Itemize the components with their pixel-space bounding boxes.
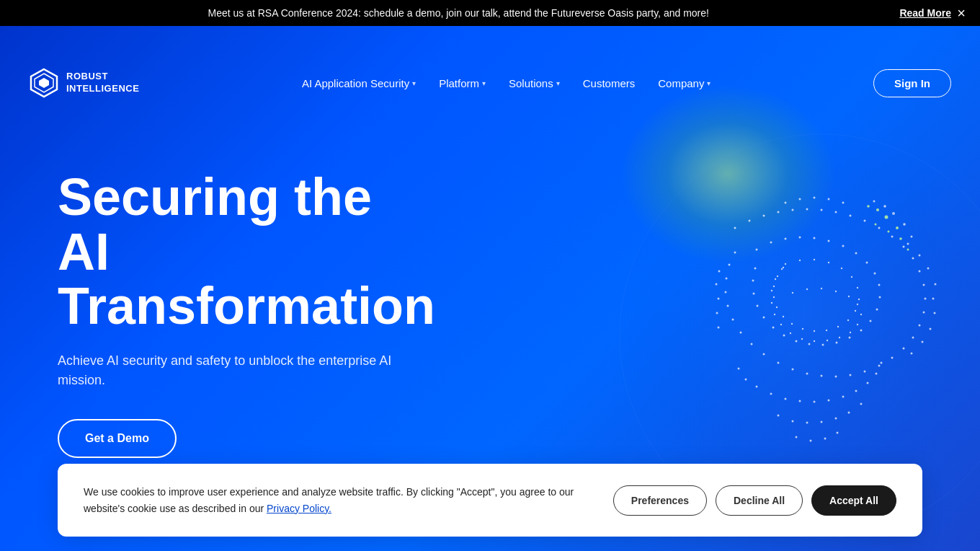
svg-point-94	[799, 400, 801, 402]
svg-point-40	[726, 278, 728, 280]
svg-point-34	[763, 353, 765, 356]
chevron-down-icon: ▾	[556, 79, 560, 87]
svg-point-149	[827, 340, 828, 341]
svg-point-12	[850, 215, 852, 217]
svg-point-162	[899, 237, 902, 240]
svg-point-17	[912, 257, 914, 260]
nav-item-ai-security[interactable]: AI Application Security ▾	[292, 71, 426, 95]
svg-point-91	[756, 386, 758, 388]
nav-item-solutions[interactable]: Solutions ▾	[499, 71, 570, 95]
svg-point-79	[847, 319, 849, 321]
navbar: ROBUST INTELLIGENCE AI Application Secur…	[0, 58, 980, 108]
svg-point-28	[850, 374, 852, 376]
svg-point-41	[729, 264, 731, 266]
svg-point-127	[907, 243, 909, 245]
svg-point-27	[864, 371, 866, 373]
svg-point-141	[821, 288, 822, 289]
svg-point-21	[923, 312, 925, 314]
svg-point-142	[835, 291, 837, 292]
logo-text: ROBUST INTELLIGENCE	[66, 71, 139, 95]
chevron-down-icon: ▾	[707, 79, 710, 87]
svg-point-125	[919, 255, 921, 257]
svg-point-139	[792, 292, 793, 294]
svg-point-55	[876, 309, 878, 311]
svg-point-6	[763, 215, 765, 217]
svg-point-63	[783, 335, 785, 337]
svg-point-82	[814, 330, 815, 332]
svg-marker-2	[39, 78, 49, 88]
svg-point-110	[860, 403, 863, 405]
svg-point-37	[732, 319, 734, 321]
svg-point-86	[776, 307, 778, 308]
privacy-policy-link[interactable]: Privacy Policy.	[267, 503, 331, 514]
svg-point-122	[934, 312, 936, 314]
cookie-text: We use cookies to improve user experienc…	[84, 484, 584, 516]
svg-point-137	[883, 205, 886, 208]
cookie-banner: We use cookies to improve user experienc…	[58, 464, 922, 537]
svg-point-83	[802, 328, 803, 330]
svg-point-124	[930, 328, 932, 330]
svg-point-13	[864, 220, 866, 222]
svg-point-33	[778, 362, 780, 364]
svg-point-26	[878, 365, 881, 367]
svg-point-93	[785, 398, 787, 400]
hero-title: Securing the AI Transformation	[58, 170, 404, 334]
read-more-link[interactable]: Read More	[899, 7, 951, 19]
nav-item-platform[interactable]: Platform ▾	[429, 71, 496, 95]
cookie-buttons: Preferences Decline All Accept All	[613, 485, 896, 516]
svg-point-156	[771, 290, 772, 291]
svg-point-107	[821, 421, 823, 423]
svg-point-114	[837, 432, 839, 434]
svg-point-152	[790, 332, 791, 334]
svg-point-104	[778, 415, 780, 417]
svg-point-128	[911, 353, 913, 355]
svg-point-42	[734, 252, 736, 254]
svg-point-157	[775, 278, 776, 280]
svg-point-19	[923, 284, 925, 286]
chevron-down-icon: ▾	[412, 79, 416, 87]
svg-point-99	[867, 382, 869, 384]
svg-point-120	[932, 298, 935, 300]
svg-point-160	[896, 226, 899, 229]
svg-point-147	[850, 332, 851, 333]
svg-point-72	[814, 259, 815, 260]
svg-point-15	[891, 236, 894, 238]
svg-point-119	[785, 202, 787, 204]
accept-all-button[interactable]: Accept All	[811, 485, 896, 516]
svg-point-132	[718, 270, 721, 273]
svg-point-76	[857, 287, 858, 288]
svg-point-51	[866, 262, 868, 264]
hero-glow	[620, 84, 836, 264]
svg-point-130	[716, 283, 718, 286]
logo-icon	[29, 68, 59, 98]
svg-point-23	[912, 337, 914, 339]
svg-point-138	[873, 200, 876, 203]
svg-point-53	[878, 284, 881, 286]
nav-item-company[interactable]: Company ▾	[648, 71, 721, 95]
svg-point-146	[857, 324, 858, 325]
svg-point-78	[855, 310, 856, 312]
svg-point-74	[841, 268, 842, 269]
preferences-button[interactable]: Preferences	[613, 485, 707, 516]
svg-point-123	[927, 268, 930, 270]
svg-point-126	[922, 341, 924, 343]
svg-point-57	[860, 330, 863, 332]
sign-in-button[interactable]: Sign In	[873, 69, 951, 97]
svg-point-44	[770, 242, 772, 244]
svg-point-80	[837, 326, 839, 327]
svg-point-65	[763, 317, 765, 319]
svg-point-161	[876, 208, 879, 211]
svg-point-95	[814, 401, 816, 403]
get-demo-button[interactable]: Get a Demo	[58, 419, 177, 458]
svg-point-158	[781, 268, 783, 270]
svg-point-155	[771, 302, 772, 304]
svg-point-9	[806, 208, 808, 211]
svg-point-103	[738, 368, 740, 370]
announcement-close-button[interactable]: ×	[957, 6, 966, 20]
svg-point-105	[792, 420, 794, 423]
decline-all-button[interactable]: Decline All	[716, 485, 803, 516]
nav-item-customers[interactable]: Customers	[573, 71, 646, 95]
announcement-text: Meet us at RSA Conference 2024: schedule…	[29, 7, 888, 19]
svg-point-49	[842, 245, 845, 247]
logo[interactable]: ROBUST INTELLIGENCE	[29, 68, 139, 98]
